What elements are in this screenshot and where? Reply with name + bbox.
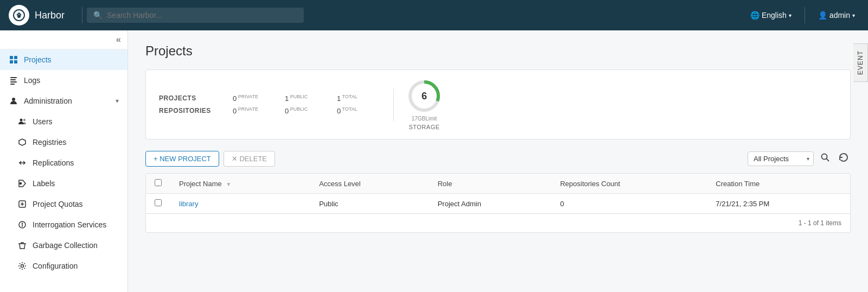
col-role: Role: [429, 174, 552, 194]
sidebar-item-users[interactable]: Users: [0, 111, 127, 132]
project-name-link[interactable]: library: [179, 200, 198, 208]
search-button[interactable]: [818, 150, 832, 167]
sidebar-item-interrogation[interactable]: Interrogation Services: [0, 214, 127, 235]
svg-rect-9: [10, 84, 15, 85]
col-project-name: Project Name ▼: [170, 174, 310, 194]
toolbar-right: All Projects My Projects Public Projects…: [748, 150, 851, 167]
new-project-button[interactable]: + NEW PROJECT: [145, 151, 219, 167]
repos-total-stat: 0 TOTAL: [337, 106, 380, 115]
stats-divider: [393, 88, 394, 121]
svg-rect-7: [10, 79, 16, 80]
svg-point-18: [21, 265, 24, 268]
sidebar-item-label: Administration: [24, 97, 72, 105]
row-checkbox[interactable]: [155, 199, 162, 206]
quotas-icon: [17, 199, 27, 209]
svg-point-14: [20, 183, 22, 185]
projects-table-container: Project Name ▼ Access Level Role Reposit…: [145, 173, 851, 233]
interrogation-icon: [17, 220, 27, 230]
sidebar-item-replications[interactable]: Replications: [0, 153, 127, 173]
svg-rect-6: [10, 77, 17, 78]
refresh-button[interactable]: [837, 150, 851, 167]
logs-icon: [9, 75, 18, 85]
sidebar-item-label: Users: [33, 117, 53, 126]
main-layout: « Projects Logs Administration ▾ U: [0, 30, 868, 292]
user-icon: 👤: [818, 11, 827, 20]
svg-rect-5: [14, 60, 17, 64]
table-row: library Public Project Admin 0 7/21/21, …: [146, 194, 850, 214]
select-all-header: [146, 174, 170, 194]
replications-icon: [17, 158, 27, 168]
projects-table: Project Name ▼ Access Level Role Reposit…: [146, 174, 850, 213]
projects-stat-label: PROJECTS: [159, 94, 224, 102]
admin-icon: [9, 96, 18, 106]
svg-rect-3: [14, 56, 17, 59]
row-checkbox-cell: [146, 194, 170, 214]
logo-area[interactable]: Harbor: [9, 5, 65, 26]
row-project-name: library: [170, 194, 310, 214]
garbage-icon: [17, 240, 27, 250]
table-footer: 1 - 1 of 1 items: [146, 213, 850, 232]
config-icon: [17, 261, 27, 271]
nav-right: 🌐 English ▾ 👤 admin ▾: [746, 7, 859, 23]
language-selector[interactable]: 🌐 English ▾: [746, 9, 796, 22]
sidebar-item-label: Interrogation Services: [33, 220, 106, 229]
projects-icon: [9, 55, 18, 65]
select-all-checkbox[interactable]: [155, 179, 162, 186]
sidebar-item-labels[interactable]: Labels: [0, 173, 127, 194]
sidebar-collapse-button[interactable]: «: [116, 35, 121, 45]
sidebar-item-logs[interactable]: Logs: [0, 70, 127, 91]
stats-grid: PROJECTS 0 PRIVATE 1 PUBLIC 1 TOTAL REPO…: [159, 94, 380, 115]
delete-button[interactable]: ✕ DELETE: [224, 151, 275, 167]
col-repos-count: Repositories Count: [551, 174, 707, 194]
admin-label: admin: [829, 11, 850, 20]
project-filter-select[interactable]: All Projects My Projects Public Projects: [748, 151, 814, 166]
event-tab[interactable]: EVENT: [853, 43, 868, 82]
sidebar-item-label: Project Quotas: [33, 200, 83, 208]
gauge-label: STORAGE: [409, 124, 439, 130]
sidebar-item-projects[interactable]: Projects: [0, 49, 127, 70]
sidebar-collapse-area: «: [0, 30, 127, 49]
lang-chevron-icon: ▾: [789, 12, 792, 18]
filter-wrap: All Projects My Projects Public Projects…: [748, 151, 814, 166]
row-role: Project Admin: [429, 194, 552, 214]
col-access-level: Access Level: [310, 174, 429, 194]
admin-menu[interactable]: 👤 admin ▾: [814, 9, 859, 22]
svg-rect-8: [10, 81, 17, 82]
sidebar-item-garbage[interactable]: Garbage Collection: [0, 235, 127, 256]
repos-public-stat: 0 PUBLIC: [285, 106, 328, 115]
search-icon: 🔍: [93, 11, 103, 20]
nav-divider2: [805, 7, 805, 23]
table-header: Project Name ▼ Access Level Role Reposit…: [146, 174, 850, 194]
row-access-level: Public: [310, 194, 429, 214]
table-body: library Public Project Admin 0 7/21/21, …: [146, 194, 850, 214]
svg-point-12: [23, 119, 25, 121]
sidebar-item-label: Replications: [33, 158, 74, 167]
svg-rect-4: [10, 60, 13, 64]
sidebar-item-administration[interactable]: Administration ▾: [0, 91, 127, 111]
svg-point-21: [822, 154, 827, 160]
storage-gauge: 6 17GBLimit STORAGE: [407, 79, 442, 130]
users-icon: [17, 117, 27, 126]
sidebar-item-label: Registries: [33, 138, 66, 147]
gauge-sublabel: 17GBLimit: [412, 116, 437, 122]
registries-icon: [17, 137, 27, 147]
stats-bar: PROJECTS 0 PRIVATE 1 PUBLIC 1 TOTAL REPO…: [145, 69, 851, 139]
sidebar-item-registries[interactable]: Registries: [0, 132, 127, 153]
svg-point-11: [20, 119, 23, 122]
pagination-text: 1 - 1 of 1 items: [799, 219, 841, 227]
top-navbar: Harbor 🔍 🌐 English ▾ 👤 admin ▾: [0, 0, 868, 30]
search-input[interactable]: [107, 11, 297, 20]
svg-marker-13: [19, 139, 25, 145]
sidebar-item-project-quotas[interactable]: Project Quotas: [0, 194, 127, 214]
sort-icon[interactable]: ▼: [226, 181, 231, 187]
repos-stat-label: REPOSITORIES: [159, 107, 224, 115]
globe-icon: 🌐: [750, 11, 760, 20]
main-content: Projects PROJECTS 0 PRIVATE 1 PUBLIC 1 T…: [128, 30, 868, 292]
svg-point-16: [22, 223, 23, 224]
row-repo-count: 0: [551, 194, 707, 214]
sidebar-item-configuration[interactable]: Configuration: [0, 256, 127, 276]
search-bar[interactable]: 🔍: [87, 8, 304, 23]
gauge-number: 6: [422, 91, 427, 102]
repos-private-stat: 0 PRIVATE: [233, 106, 276, 115]
sidebar: « Projects Logs Administration ▾ U: [0, 30, 128, 292]
